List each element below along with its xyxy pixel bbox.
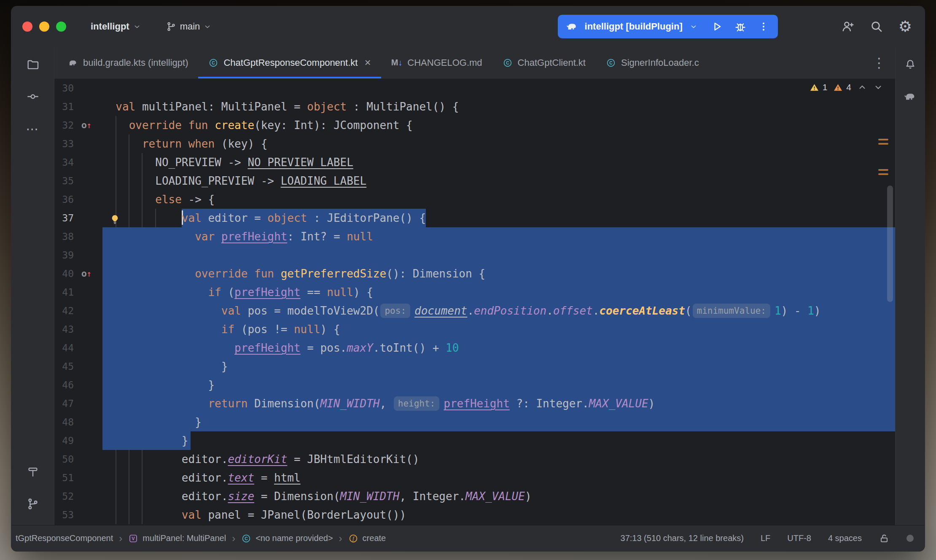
close-window-button[interactable] bbox=[22, 22, 32, 32]
code-line-37[interactable]: 37 val editor = object : JEditorPane() { bbox=[54, 209, 895, 227]
code-line-44[interactable]: 44 prefHeight = pos.maxY.toInt() + 10 bbox=[54, 339, 895, 357]
gutter[interactable]: 50 bbox=[54, 450, 102, 468]
gutter[interactable]: 46 bbox=[54, 376, 102, 394]
encoding-widget[interactable]: UTF-8 bbox=[787, 533, 811, 543]
overrides-method-icon[interactable]: o↑ bbox=[81, 269, 91, 278]
code-text[interactable] bbox=[102, 246, 895, 264]
code-line-42[interactable]: 42 val pos = modelToView2D(pos:document.… bbox=[54, 302, 895, 320]
tab-changelog[interactable]: M↓ CHANGELOG.md bbox=[381, 47, 492, 78]
line-number[interactable]: 43 bbox=[62, 320, 74, 339]
code-text[interactable]: override fun getPreferredSize(): Dimensi… bbox=[102, 264, 895, 283]
settings-gear-icon[interactable]: ⚙ bbox=[898, 19, 912, 34]
code-text[interactable]: editor.text = html bbox=[102, 468, 895, 487]
code-line-46[interactable]: 46 } bbox=[54, 376, 895, 394]
line-number[interactable]: 37 bbox=[62, 209, 74, 227]
line-number[interactable]: 42 bbox=[62, 302, 74, 320]
gutter[interactable]: 41 bbox=[54, 283, 102, 302]
line-number[interactable]: 46 bbox=[62, 376, 74, 394]
code-text[interactable]: prefHeight = pos.maxY.toInt() + 10 bbox=[102, 339, 895, 357]
run-configuration-widget[interactable]: intelligpt [buildPlugin] bbox=[558, 15, 778, 38]
code-text[interactable]: if (prefHeight == null) { bbox=[102, 283, 895, 302]
code-text[interactable]: override fun create(key: Int): JComponen… bbox=[102, 116, 895, 135]
code-text[interactable]: return Dimension(MIN_WIDTH, height:prefH… bbox=[102, 394, 895, 413]
breadcrumb-item[interactable]: tGptResponseComponent bbox=[16, 533, 113, 543]
line-number[interactable]: 49 bbox=[62, 431, 74, 450]
code-line-50[interactable]: 50 editor.editorKit = JBHtmlEditorKit() bbox=[54, 450, 895, 468]
gutter[interactable]: 35 bbox=[54, 172, 102, 190]
code-text[interactable]: editor.editorKit = JBHtmlEditorKit() bbox=[102, 450, 895, 468]
code-text[interactable]: } bbox=[102, 357, 895, 376]
code-text[interactable]: LOADING_PREVIEW -> LOADING_LABEL bbox=[102, 172, 895, 190]
gutter[interactable]: 39 bbox=[54, 246, 102, 264]
warning-stripe-mark[interactable] bbox=[878, 169, 888, 175]
code-line-35[interactable]: 35 LOADING_PREVIEW -> LOADING_LABEL bbox=[54, 172, 895, 190]
breadcrumb-item[interactable]: V multiPanel: MultiPanel bbox=[128, 533, 226, 544]
code-text[interactable]: } bbox=[102, 431, 895, 450]
gutter[interactable]: 30 bbox=[54, 79, 102, 97]
vertical-scrollbar-thumb[interactable] bbox=[887, 186, 893, 302]
more-tool-windows-icon[interactable]: ⋯ bbox=[24, 120, 41, 137]
gutter[interactable]: 53 bbox=[54, 506, 102, 524]
gutter[interactable]: 45 bbox=[54, 357, 102, 376]
tab-chatgpt-client[interactable]: C ChatGptClient.kt bbox=[492, 47, 596, 78]
code-line-36[interactable]: 36 else -> { bbox=[54, 190, 895, 209]
close-tab-icon[interactable]: × bbox=[364, 56, 371, 69]
line-number[interactable]: 32 bbox=[62, 116, 74, 135]
line-number[interactable]: 31 bbox=[62, 97, 74, 116]
code-text[interactable]: return when (key) { bbox=[102, 135, 895, 153]
breadcrumb-item[interactable]: C <no name provided> bbox=[241, 533, 333, 544]
code-line-47[interactable]: 47 return Dimension(MIN_WIDTH, height:pr… bbox=[54, 394, 895, 413]
zoom-window-button[interactable] bbox=[56, 22, 66, 32]
line-number[interactable]: 36 bbox=[62, 190, 74, 209]
code-text[interactable]: val editor = object : JEditorPane() { bbox=[102, 209, 895, 227]
code-line-33[interactable]: 33 return when (key) { bbox=[54, 135, 895, 153]
code-text[interactable]: val panel = JPanel(BorderLayout()) bbox=[102, 506, 895, 524]
code-line-43[interactable]: 43 if (pos != null) { bbox=[54, 320, 895, 339]
gutter[interactable]: 37 bbox=[54, 209, 102, 227]
line-number[interactable]: 34 bbox=[62, 153, 74, 172]
tab-options-kebab-icon[interactable]: ⋮ bbox=[863, 55, 895, 71]
gutter[interactable]: 32o↑ bbox=[54, 116, 102, 135]
gutter[interactable]: 40o↑ bbox=[54, 264, 102, 283]
code-text[interactable]: NO_PREVIEW -> NO_PREVIEW_LABEL bbox=[102, 153, 895, 172]
highlight-level-dot[interactable] bbox=[906, 535, 914, 542]
line-number[interactable]: 33 bbox=[62, 135, 74, 153]
project-tool-window-button[interactable] bbox=[24, 56, 41, 73]
more-run-options-kebab-icon[interactable] bbox=[758, 21, 769, 32]
gutter[interactable]: 47 bbox=[54, 394, 102, 413]
code-line-40[interactable]: 40o↑ override fun getPreferredSize(): Di… bbox=[54, 264, 895, 283]
debug-bug-button[interactable] bbox=[734, 20, 747, 33]
tab-chatgpt-response-component[interactable]: C ChatGptResponseComponent.kt × bbox=[198, 47, 381, 78]
code-line-49[interactable]: 49 } bbox=[54, 431, 895, 450]
run-button[interactable] bbox=[710, 20, 723, 33]
unlock-icon[interactable] bbox=[879, 533, 890, 544]
gutter[interactable]: 31 bbox=[54, 97, 102, 116]
indent-widget[interactable]: 4 spaces bbox=[828, 533, 862, 543]
inspections-widget[interactable]: 1 4 bbox=[810, 82, 883, 92]
code-line-52[interactable]: 52 editor.size = Dimension(MIN_WIDTH, In… bbox=[54, 487, 895, 506]
minimize-window-button[interactable] bbox=[39, 22, 49, 32]
line-number[interactable]: 40 bbox=[62, 264, 74, 283]
overrides-method-icon[interactable]: o↑ bbox=[81, 121, 91, 130]
gutter[interactable]: 43 bbox=[54, 320, 102, 339]
code-text[interactable]: } bbox=[102, 376, 895, 394]
line-number[interactable]: 51 bbox=[62, 468, 74, 487]
line-number[interactable]: 38 bbox=[62, 227, 74, 246]
caret-position-widget[interactable]: 37:13 (510 chars, 12 line breaks) bbox=[621, 533, 744, 543]
vcs-branch-widget[interactable]: main bbox=[166, 21, 212, 32]
line-number[interactable]: 45 bbox=[62, 357, 74, 376]
code-text[interactable]: val pos = modelToView2D(pos:document.end… bbox=[102, 302, 895, 320]
previous-problem-chevron-up-icon[interactable] bbox=[857, 82, 867, 92]
code-line-45[interactable]: 45 } bbox=[54, 357, 895, 376]
tab-signer-info-loader[interactable]: C SignerInfoLoader.c bbox=[596, 47, 709, 78]
gutter[interactable]: 34 bbox=[54, 153, 102, 172]
line-number[interactable]: 39 bbox=[62, 246, 74, 264]
code-line-31[interactable]: 31 val multiPanel: MultiPanel = object :… bbox=[54, 97, 895, 116]
code-text[interactable] bbox=[102, 79, 895, 97]
gutter[interactable]: 36 bbox=[54, 190, 102, 209]
code-text[interactable]: else -> { bbox=[102, 190, 895, 209]
gutter[interactable]: 38 bbox=[54, 227, 102, 246]
code-line-41[interactable]: 41 if (prefHeight == null) { bbox=[54, 283, 895, 302]
tab-build-gradle[interactable]: build.gradle.kts (intelligpt) bbox=[58, 47, 198, 78]
code-line-53[interactable]: 53 val panel = JPanel(BorderLayout()) bbox=[54, 506, 895, 524]
